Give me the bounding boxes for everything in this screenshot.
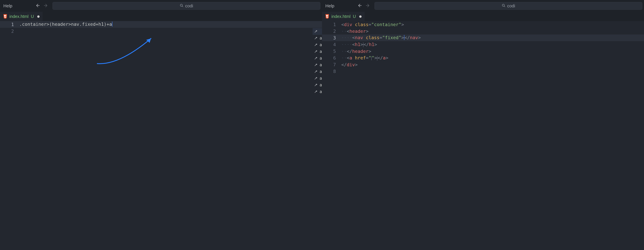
line-number: 1 bbox=[322, 22, 341, 27]
tab-filename: index.html bbox=[10, 14, 28, 19]
code-content: .container>(header>nav.fixed+h1)+a bbox=[19, 22, 112, 27]
wrench-icon bbox=[314, 63, 318, 67]
tabstop-marker bbox=[371, 56, 372, 60]
suggest-item[interactable]: a bbox=[312, 62, 322, 68]
suggest-item[interactable]: a bbox=[312, 48, 322, 55]
search-placeholder: codi bbox=[507, 3, 515, 8]
tab-index-html[interactable]: index.html U bbox=[0, 12, 42, 21]
svg-line-1 bbox=[182, 6, 183, 7]
title-bar: Help codi bbox=[0, 0, 322, 12]
wrench-icon bbox=[314, 36, 318, 40]
html5-icon bbox=[325, 14, 330, 19]
wrench-icon bbox=[314, 56, 318, 60]
suggest-label: a bbox=[320, 49, 322, 54]
search-placeholder: codi bbox=[185, 3, 193, 8]
suggest-item[interactable]: a bbox=[312, 68, 322, 75]
code-editor-left[interactable]: 1 .container>(header>nav.fixed+h1)+a 2 a… bbox=[0, 21, 322, 250]
suggest-widget[interactable]: a a a a a bbox=[312, 28, 322, 95]
line-number: 5 bbox=[322, 49, 341, 54]
nav-history bbox=[358, 3, 370, 8]
suggest-label: a bbox=[320, 42, 322, 47]
editor-line: 5 ··</header> bbox=[322, 48, 644, 55]
wrench-icon bbox=[314, 90, 318, 94]
wrench-icon bbox=[314, 43, 318, 47]
nav-back-button[interactable] bbox=[36, 3, 40, 8]
tab-filename: index.html bbox=[332, 14, 350, 19]
suggest-item[interactable]: a bbox=[312, 55, 322, 62]
suggest-item[interactable]: a bbox=[312, 82, 322, 88]
suggest-item[interactable]: a bbox=[312, 35, 322, 41]
editor-pane-right: Help codi bbox=[322, 0, 644, 250]
title-bar: Help codi bbox=[322, 0, 644, 12]
suggest-label: a bbox=[320, 89, 322, 94]
svg-line-3 bbox=[504, 6, 505, 7]
code-content: ··</header> bbox=[341, 49, 371, 54]
editor-line: 7 </div> bbox=[322, 61, 644, 68]
tab-dirty-indicator bbox=[359, 15, 362, 18]
line-number: 3 bbox=[322, 35, 341, 40]
nav-forward-button[interactable] bbox=[366, 3, 370, 8]
suggest-label: a bbox=[320, 69, 322, 74]
editor-line: 2 ··<header> bbox=[322, 28, 644, 34]
editor-line: 1 <div class="container"> bbox=[322, 21, 644, 28]
suggest-item[interactable]: a bbox=[312, 41, 322, 48]
nav-forward-button[interactable] bbox=[44, 3, 48, 8]
suggest-label: a bbox=[320, 83, 322, 87]
command-center-search[interactable]: codi bbox=[374, 2, 642, 10]
command-center-search[interactable]: codi bbox=[52, 2, 320, 10]
wrench-icon bbox=[314, 77, 318, 80]
wrench-icon bbox=[314, 30, 318, 33]
line-number: 7 bbox=[322, 62, 341, 67]
editor-line: 8 bbox=[322, 68, 644, 75]
line-number: 1 bbox=[0, 22, 19, 27]
editor-line: 3 ····<nav class="fixed"></nav> bbox=[322, 34, 644, 41]
wrench-icon bbox=[314, 83, 318, 87]
search-icon bbox=[502, 3, 506, 8]
tab-bar: index.html U bbox=[0, 12, 322, 21]
wrench-icon bbox=[314, 50, 318, 53]
nav-back-button[interactable] bbox=[358, 3, 362, 8]
tab-dirty-indicator bbox=[37, 15, 40, 18]
svg-point-0 bbox=[180, 4, 182, 6]
suggest-item[interactable] bbox=[312, 28, 322, 35]
wrench-icon bbox=[314, 70, 318, 73]
tab-git-status: U bbox=[31, 14, 34, 19]
code-content: ····<nav class="fixed"></nav> bbox=[341, 35, 421, 41]
line-number: 2 bbox=[322, 29, 341, 34]
editor-line: 1 .container>(header>nav.fixed+h1)+a bbox=[0, 21, 322, 28]
line-number: 4 bbox=[322, 42, 341, 47]
text-cursor bbox=[112, 22, 112, 27]
editor-line: 2 bbox=[0, 28, 322, 34]
line-number: 8 bbox=[322, 69, 341, 74]
tab-bar: index.html U bbox=[322, 12, 644, 21]
suggest-item[interactable]: a bbox=[312, 88, 322, 95]
code-content: ··<a href=""></a> bbox=[341, 55, 388, 61]
suggest-label: a bbox=[320, 36, 322, 40]
svg-point-2 bbox=[502, 4, 504, 6]
line-number: 2 bbox=[0, 29, 19, 34]
suggest-label: a bbox=[320, 63, 322, 67]
nav-history bbox=[36, 3, 48, 8]
code-content: <div class="container"> bbox=[341, 22, 404, 27]
tab-index-html[interactable]: index.html U bbox=[322, 12, 364, 21]
menu-help[interactable]: Help bbox=[2, 3, 14, 8]
search-icon bbox=[180, 3, 184, 8]
suggest-item[interactable]: a bbox=[312, 75, 322, 82]
editor-line: 4 ····<h1></h1> bbox=[322, 41, 644, 48]
editor-line: 6 ··<a href=""></a> bbox=[322, 55, 644, 61]
code-content: </div> bbox=[341, 62, 358, 67]
editor-pane-left: Help codi bbox=[0, 0, 322, 250]
code-content: ····<h1></h1> bbox=[341, 42, 377, 47]
line-number: 6 bbox=[322, 55, 341, 61]
menu-help[interactable]: Help bbox=[324, 3, 336, 8]
suggest-label: a bbox=[320, 76, 322, 81]
code-editor-right[interactable]: 1 <div class="container"> 2 ··<header> 3… bbox=[322, 21, 644, 250]
tab-git-status: U bbox=[353, 14, 356, 19]
suggest-label: a bbox=[320, 56, 322, 61]
code-content: ··<header> bbox=[341, 29, 368, 34]
html5-icon bbox=[3, 14, 8, 19]
